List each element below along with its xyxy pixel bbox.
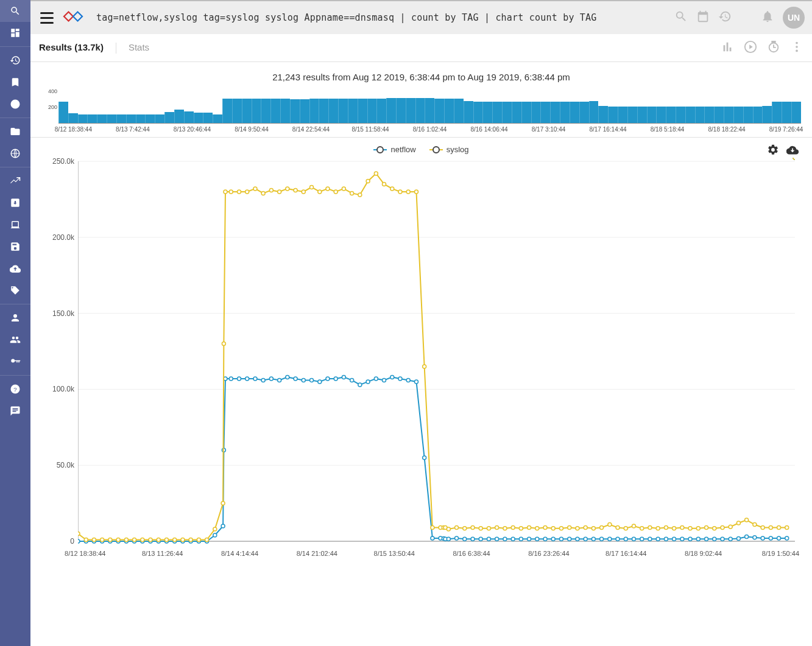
sidebar-dashboard[interactable] — [0, 22, 30, 44]
svg-point-154 — [414, 190, 418, 194]
chart-legend: netflowsyslog — [41, 145, 801, 154]
play-icon[interactable] — [744, 40, 757, 56]
tab-results[interactable]: Results (13.7k) — [39, 34, 104, 61]
svg-point-145 — [342, 187, 345, 191]
sidebar-search[interactable] — [0, 0, 30, 22]
sidebar-key[interactable] — [0, 351, 30, 373]
svg-point-189 — [680, 526, 684, 530]
svg-point-83 — [584, 537, 587, 541]
svg-point-111 — [84, 538, 88, 542]
svg-point-104 — [753, 536, 757, 539]
svg-point-33 — [213, 533, 217, 537]
topbar: UN — [30, 0, 812, 34]
sidebar-trend[interactable] — [0, 170, 30, 192]
search-icon[interactable] — [674, 10, 688, 26]
svg-point-147 — [358, 193, 362, 197]
svg-point-134 — [253, 187, 257, 191]
sidebar-download-box[interactable] — [0, 192, 30, 214]
svg-point-166 — [495, 526, 499, 530]
line-chart[interactable]: 050.0k100.0k150.0k200.0k250.0k 8/12 18:3… — [78, 158, 795, 572]
svg-point-45 — [294, 377, 297, 381]
svg-point-81 — [568, 537, 571, 541]
svg-point-103 — [745, 535, 749, 539]
sidebar-history[interactable] — [0, 49, 30, 71]
cloud-download-icon[interactable] — [786, 144, 799, 158]
svg-point-141 — [310, 185, 314, 189]
svg-point-161 — [455, 526, 459, 530]
sidebar-cloud-upload[interactable] — [0, 258, 30, 279]
svg-point-128 — [221, 502, 225, 505]
hamburger-menu-icon[interactable] — [38, 9, 56, 27]
svg-point-102 — [736, 537, 740, 541]
svg-point-47 — [310, 378, 314, 382]
tab-stats[interactable]: Stats — [129, 34, 149, 61]
svg-point-172 — [543, 526, 547, 530]
notifications-icon[interactable] — [761, 10, 774, 26]
svg-point-185 — [648, 526, 652, 530]
sidebar-tag[interactable] — [0, 279, 30, 301]
overview-bar-chart[interactable]: 200400 8/12 18:38:448/13 7:42:448/13 20:… — [58, 90, 801, 132]
svg-point-97 — [696, 537, 700, 541]
gear-icon[interactable] — [767, 144, 779, 158]
svg-point-122 — [173, 538, 177, 542]
svg-point-7 — [796, 49, 798, 52]
svg-point-5 — [796, 41, 798, 44]
svg-point-179 — [600, 526, 604, 530]
svg-point-199 — [761, 526, 764, 530]
svg-point-175 — [568, 526, 571, 530]
svg-point-149 — [374, 172, 378, 175]
svg-point-16 — [78, 539, 80, 543]
svg-point-138 — [286, 187, 289, 191]
svg-point-69 — [471, 537, 475, 541]
svg-point-173 — [551, 527, 555, 530]
svg-point-167 — [503, 527, 507, 530]
sidebar-save[interactable] — [0, 236, 30, 258]
svg-point-115 — [116, 538, 120, 542]
sidebar-chat[interactable] — [0, 400, 30, 422]
timer-icon[interactable] — [767, 40, 780, 56]
more-vert-icon[interactable] — [790, 40, 803, 56]
bar-chart-icon[interactable] — [721, 40, 734, 56]
sidebar-folder[interactable] — [0, 121, 30, 142]
svg-point-124 — [189, 538, 192, 542]
svg-point-96 — [688, 537, 692, 541]
svg-point-52 — [350, 378, 354, 382]
app-logo[interactable] — [62, 9, 84, 26]
svg-point-59 — [406, 378, 410, 382]
svg-point-118 — [141, 538, 144, 542]
svg-point-200 — [769, 526, 772, 530]
svg-point-198 — [753, 523, 757, 527]
sidebar-bookmark[interactable] — [0, 71, 30, 93]
query-input[interactable] — [90, 9, 668, 27]
svg-point-164 — [479, 527, 482, 530]
svg-point-126 — [205, 538, 209, 542]
user-avatar[interactable]: UN — [783, 7, 805, 29]
sidebar-help[interactable]: ? — [0, 378, 30, 400]
svg-point-61 — [423, 456, 426, 460]
svg-point-71 — [487, 537, 490, 541]
svg-point-90 — [640, 537, 644, 541]
svg-point-160 — [447, 527, 450, 531]
svg-point-162 — [463, 527, 467, 530]
sidebar-group[interactable] — [0, 329, 30, 351]
svg-point-84 — [591, 537, 595, 541]
sidebar-schedule[interactable] — [0, 93, 30, 115]
svg-point-195 — [729, 525, 732, 528]
svg-point-188 — [673, 527, 676, 530]
svg-point-170 — [528, 526, 531, 530]
svg-point-39 — [245, 377, 249, 381]
svg-point-70 — [479, 537, 482, 541]
svg-point-44 — [286, 375, 289, 379]
svg-point-108 — [785, 536, 789, 540]
svg-point-146 — [350, 191, 354, 195]
svg-point-78 — [543, 537, 547, 541]
date-range-icon[interactable] — [696, 10, 710, 26]
svg-point-135 — [261, 191, 265, 195]
sidebar-user[interactable] — [0, 307, 30, 329]
sidebar-laptop[interactable] — [0, 214, 30, 236]
svg-point-85 — [600, 537, 604, 541]
svg-point-60 — [414, 380, 418, 384]
sidebar-globe[interactable] — [0, 142, 30, 164]
svg-point-181 — [616, 526, 620, 530]
history-icon[interactable] — [718, 10, 732, 26]
